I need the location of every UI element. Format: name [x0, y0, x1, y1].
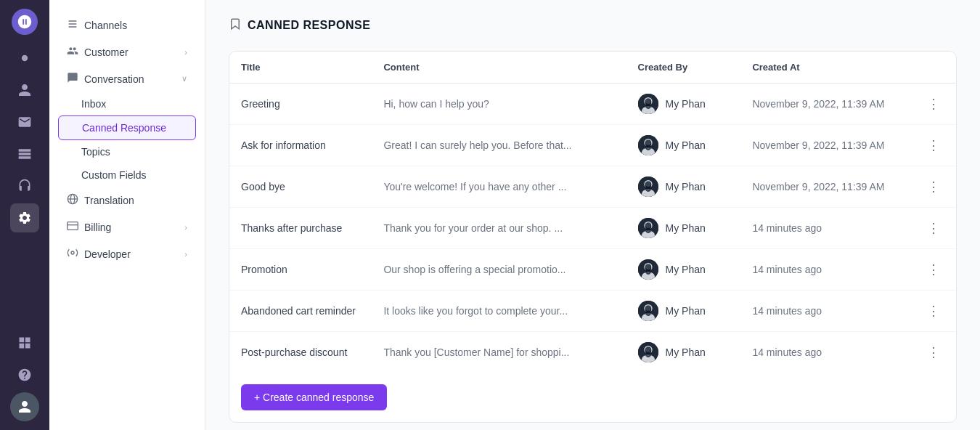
cell-title: Greeting [229, 84, 372, 125]
cell-created-at: November 9, 2022, 11:39 AM [740, 125, 911, 166]
cell-content: Thank you [Customer Name] for shoppi... [372, 332, 626, 373]
svg-point-36 [645, 264, 650, 269]
table-header-row: Title Content Created By Created At [229, 52, 956, 84]
col-header-title: Title [229, 52, 372, 84]
help-nav-icon[interactable] [10, 360, 39, 389]
cell-content: Great! I can surely help you. Before tha… [372, 125, 626, 166]
nav-inbox[interactable]: Inbox [58, 92, 196, 115]
row-more-button[interactable]: ⋮ [923, 260, 944, 279]
left-nav: Channels Customer › Conversation ∨ Inbox… [49, 0, 205, 430]
table-row: Greeting Hi, how can I help you? [229, 84, 956, 125]
cell-content: It looks like you forgot to complete you… [372, 291, 626, 332]
col-header-content: Content [372, 52, 626, 84]
nav-developer[interactable]: Developer › [58, 240, 196, 267]
cell-created-at: 14 minutes ago [740, 249, 911, 291]
cell-actions: ⋮ [911, 166, 956, 208]
page-header: CANNED RESPONSE [229, 17, 957, 33]
settings-nav-icon[interactable] [10, 203, 39, 232]
nav-conversation[interactable]: Conversation ∨ [58, 65, 196, 92]
nav-topics[interactable]: Topics [58, 140, 196, 163]
billing-chevron: › [184, 223, 187, 232]
row-more-button[interactable]: ⋮ [923, 177, 944, 196]
logo[interactable] [12, 9, 38, 35]
page-title: CANNED RESPONSE [248, 19, 370, 32]
row-more-button[interactable]: ⋮ [923, 219, 944, 238]
table-container: Title Content Created By Created At Gree… [229, 51, 957, 423]
table-row: Ask for information Great! I can surely … [229, 125, 956, 166]
avatar [638, 177, 658, 197]
main-content: CANNED RESPONSE Title Content Created By… [205, 0, 980, 430]
svg-point-48 [645, 347, 650, 352]
svg-point-12 [645, 99, 650, 104]
user-avatar-icon[interactable] [10, 392, 39, 421]
table-row: Good bye You're welcome! If you have any… [229, 166, 956, 208]
cell-actions: ⋮ [911, 125, 956, 166]
nav-canned-response[interactable]: Canned Response [58, 115, 196, 140]
avatar [638, 301, 658, 321]
nav-translation[interactable]: Translation [58, 187, 196, 214]
cell-title: Promotion [229, 249, 372, 291]
table-row: Thanks after purchase Thank you for your… [229, 208, 956, 249]
grid-nav-icon[interactable] [10, 328, 39, 357]
cell-created-at: November 9, 2022, 11:39 AM [740, 166, 911, 208]
home-nav-icon[interactable] [10, 44, 39, 73]
bookmark-icon [229, 17, 242, 33]
cell-content: You're welcome! If you have any other ..… [372, 166, 626, 208]
cell-created-by: My Phan [626, 291, 741, 332]
create-canned-response-button[interactable]: + Create canned response [241, 384, 387, 410]
translation-icon [67, 193, 78, 207]
cell-created-at: 14 minutes ago [740, 332, 911, 373]
cell-created-at: 14 minutes ago [740, 208, 911, 249]
cell-actions: ⋮ [911, 249, 956, 291]
cell-created-by: My Phan [626, 208, 741, 249]
customer-chevron: › [184, 48, 187, 57]
headset-nav-icon[interactable] [10, 171, 39, 200]
cell-created-by: My Phan [626, 166, 741, 208]
inbox-nav-icon[interactable] [10, 108, 39, 137]
cell-title: Good bye [229, 166, 372, 208]
cell-title: Ask for information [229, 125, 372, 166]
avatar [638, 218, 658, 238]
table-row: Abandoned cart reminder It looks like yo… [229, 291, 956, 332]
row-more-button[interactable]: ⋮ [923, 343, 944, 362]
col-header-created-at: Created At [740, 52, 911, 84]
cell-actions: ⋮ [911, 84, 956, 125]
svg-point-6 [71, 251, 74, 254]
svg-rect-4 [68, 222, 78, 230]
nav-customer[interactable]: Customer › [58, 38, 196, 65]
row-more-button[interactable]: ⋮ [923, 94, 944, 113]
stack-nav-icon[interactable] [10, 139, 39, 169]
conversation-chevron: ∨ [181, 74, 187, 84]
nav-billing[interactable]: Billing › [58, 214, 196, 240]
svg-point-24 [645, 182, 650, 187]
developer-chevron: › [184, 250, 187, 259]
billing-icon [67, 220, 78, 234]
cell-content: Hi, how can I help you? [372, 84, 626, 125]
cell-actions: ⋮ [911, 208, 956, 249]
icon-sidebar [0, 0, 49, 430]
nav-custom-fields[interactable]: Custom Fields [58, 163, 196, 187]
cell-actions: ⋮ [911, 332, 956, 373]
developer-icon [67, 247, 78, 261]
avatar [638, 94, 658, 114]
cell-created-by: My Phan [626, 332, 741, 373]
cell-created-by: My Phan [626, 84, 741, 125]
cell-content: Our shop is offering a special promotio.… [372, 249, 626, 291]
cell-created-at: 14 minutes ago [740, 291, 911, 332]
user-nav-icon[interactable] [10, 76, 39, 105]
channels-icon [67, 18, 78, 32]
cell-title: Post-purchase discount [229, 332, 372, 373]
customer-icon [67, 45, 78, 59]
col-header-created-by: Created By [626, 52, 741, 84]
cell-created-by: My Phan [626, 125, 741, 166]
svg-point-42 [645, 306, 650, 311]
avatar [638, 259, 658, 280]
cell-actions: ⋮ [911, 291, 956, 332]
table-row: Promotion Our shop is offering a special… [229, 249, 956, 291]
row-more-button[interactable]: ⋮ [923, 301, 944, 320]
canned-response-table: Title Content Created By Created At Gree… [229, 52, 956, 373]
row-more-button[interactable]: ⋮ [923, 136, 944, 155]
nav-channels[interactable]: Channels [58, 12, 196, 38]
svg-point-30 [645, 223, 650, 228]
cell-created-by: My Phan [626, 249, 741, 291]
